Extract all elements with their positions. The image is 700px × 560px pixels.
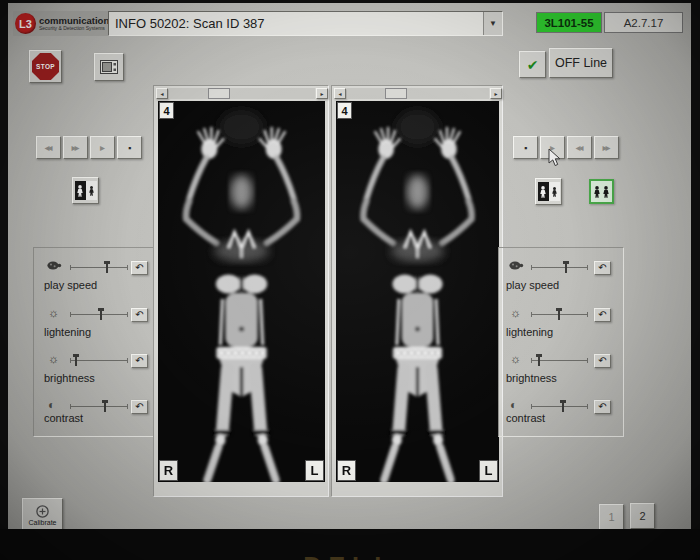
right-play-speed-label: play speed xyxy=(506,279,559,291)
turtle-speed-icon xyxy=(508,260,524,274)
right-brightness-reset-button[interactable]: ↶ xyxy=(594,354,611,368)
slider-thumb[interactable] xyxy=(538,354,540,366)
logo-name: communications xyxy=(39,16,115,25)
right-front-back-toggle-button[interactable] xyxy=(535,178,562,205)
left-play-button[interactable]: ▸ xyxy=(90,136,115,159)
right-brightness-label: brightness xyxy=(506,372,557,384)
scan-info-combobox[interactable]: INFO 50202: Scan ID 387 ▼ xyxy=(108,11,503,36)
monitor-bezel: DELL xyxy=(0,529,700,560)
marker-right-tag: R xyxy=(337,460,356,481)
left-scan-panel: ◂ ▸ 4 R L xyxy=(153,85,329,497)
right-stop-playback-button[interactable]: ▪ xyxy=(513,136,538,159)
contrast-icon: ◐ xyxy=(48,398,55,412)
slider-thumb[interactable] xyxy=(75,354,77,366)
person-pair-icon xyxy=(593,186,601,198)
scrollbar-thumb[interactable] xyxy=(208,88,230,99)
right-contrast-label: contrast xyxy=(506,412,545,424)
marker-right-tag: R xyxy=(159,460,178,481)
left-stop-playback-button[interactable]: ▪ xyxy=(117,136,142,159)
display-layout-button[interactable] xyxy=(94,53,124,81)
scan-info-value: INFO 50202: Scan ID 387 xyxy=(109,16,483,31)
sun-brightness-icon: ☼ xyxy=(48,352,59,366)
person-pair-icon xyxy=(602,186,610,198)
left-brightness-label: brightness xyxy=(44,372,95,384)
scrollbar-left-arrow[interactable]: ◂ xyxy=(334,88,346,99)
page-1-button[interactable]: 1 xyxy=(599,504,624,530)
scrollbar-left-arrow[interactable]: ◂ xyxy=(156,88,168,99)
left-contrast-slider[interactable] xyxy=(70,406,128,407)
turtle-speed-icon xyxy=(46,260,62,274)
station-id-badge: 3L101-55 xyxy=(536,12,602,33)
sun-brightness-icon: ☼ xyxy=(510,352,521,366)
calibrate-button[interactable]: Calibrate xyxy=(22,498,63,532)
person-light-icon xyxy=(75,181,86,200)
offline-button[interactable]: OFF Line xyxy=(549,48,613,78)
right-contrast-slider[interactable] xyxy=(531,406,588,407)
slider-thumb[interactable] xyxy=(100,308,102,320)
left-lightening-reset-button[interactable]: ↶ xyxy=(131,308,148,322)
right-play-speed-reset-button[interactable]: ↶ xyxy=(594,261,611,275)
combobox-dropdown-arrow-icon[interactable]: ▼ xyxy=(483,12,502,35)
right-contrast-reset-button[interactable]: ↶ xyxy=(594,400,611,414)
left-fast-forward-button[interactable]: ▸▸ xyxy=(63,136,88,159)
checkmark-icon: ✔ xyxy=(527,57,539,73)
l3-logo: L3 communications Security & Detection S… xyxy=(13,11,108,36)
slider-thumb[interactable] xyxy=(558,308,560,320)
right-brightness-slider[interactable] xyxy=(531,360,588,361)
right-lightening-label: lightening xyxy=(506,326,553,338)
frame-number-tag: 4 xyxy=(159,102,174,119)
monitor-brand-logo: DELL xyxy=(0,552,700,560)
scrollbar-track[interactable] xyxy=(169,88,315,99)
monitor-photo: L3 communications Security & Detection S… xyxy=(0,0,700,560)
scrollbar-thumb[interactable] xyxy=(385,88,407,99)
left-play-speed-label: play speed xyxy=(44,279,97,291)
scrollbar-track[interactable] xyxy=(347,88,489,99)
slider-thumb[interactable] xyxy=(562,400,564,412)
scrollbar-right-arrow[interactable]: ▸ xyxy=(316,88,328,99)
right-lightening-slider[interactable] xyxy=(531,314,588,315)
lightbulb-icon: ☼ xyxy=(48,306,59,320)
right-play-speed-slider[interactable] xyxy=(531,267,588,268)
logo-tagline: Security & Detection Systems xyxy=(39,25,115,31)
body-scan-figure xyxy=(336,101,499,482)
right-scan-image: 4 R L xyxy=(336,101,499,482)
left-lightening-label: lightening xyxy=(44,326,91,338)
right-scan-panel: ◂ ▸ 4 R L xyxy=(331,85,503,497)
left-front-back-toggle-button[interactable] xyxy=(72,177,99,204)
contrast-icon: ◐ xyxy=(510,398,517,412)
right-lightening-reset-button[interactable]: ↶ xyxy=(594,308,611,322)
slider-thumb[interactable] xyxy=(104,400,106,412)
left-lightening-slider[interactable] xyxy=(70,314,128,315)
right-rewind-button[interactable]: ◂◂ xyxy=(567,136,592,159)
version-badge: A2.7.17 xyxy=(604,12,683,33)
marker-left-tag: L xyxy=(305,460,324,481)
page-2-button[interactable]: 2 xyxy=(630,503,655,529)
left-brightness-slider[interactable] xyxy=(70,360,128,361)
slider-thumb[interactable] xyxy=(106,261,108,273)
scrollbar-right-arrow[interactable]: ▸ xyxy=(490,88,502,99)
dual-view-toggle-button[interactable] xyxy=(589,179,614,204)
mouse-cursor-icon xyxy=(548,148,562,168)
online-check-button[interactable]: ✔ xyxy=(519,51,546,78)
left-contrast-reset-button[interactable]: ↶ xyxy=(131,400,148,414)
frame-number-tag: 4 xyxy=(337,102,352,119)
left-rewind-button[interactable]: ◂◂ xyxy=(36,136,61,159)
lightbulb-icon: ☼ xyxy=(510,306,521,320)
l3-logo-mark-icon: L3 xyxy=(15,13,36,34)
person-light-icon xyxy=(538,182,549,201)
body-scan-figure xyxy=(158,101,325,482)
marker-left-tag: L xyxy=(479,460,498,481)
left-play-speed-slider[interactable] xyxy=(70,267,128,268)
stop-sign-icon: STOP xyxy=(32,53,59,80)
display-layout-icon xyxy=(100,60,118,74)
left-play-speed-reset-button[interactable]: ↶ xyxy=(131,261,148,275)
right-fast-forward-button[interactable]: ▸▸ xyxy=(594,136,619,159)
left-contrast-label: contrast xyxy=(44,412,83,424)
calibrate-crosshair-icon xyxy=(35,504,50,519)
left-brightness-reset-button[interactable]: ↶ xyxy=(131,354,148,368)
slider-thumb[interactable] xyxy=(565,261,567,273)
stop-button[interactable]: STOP xyxy=(29,50,62,83)
person-dark-icon xyxy=(86,181,97,200)
person-dark-icon xyxy=(549,182,560,201)
left-scan-image: 4 R L xyxy=(158,101,325,482)
